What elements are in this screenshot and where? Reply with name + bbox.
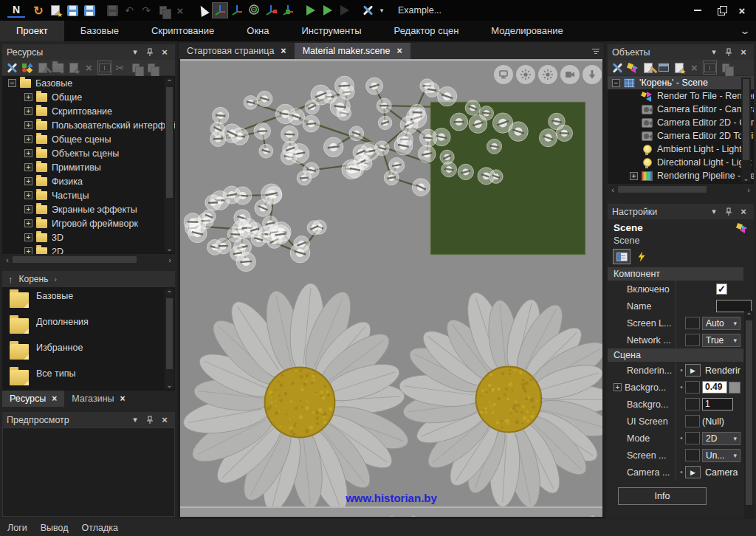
cut-icon[interactable]: ✂ [113, 61, 127, 75]
object-tree-item[interactable]: Ambient Light - Light [608, 142, 754, 156]
value-box[interactable] [685, 432, 700, 444]
play-icon[interactable] [303, 3, 318, 18]
object-tree-item[interactable]: +Rendering Pipeline - Ren [608, 169, 754, 182]
tree-item[interactable]: +Частицы [2, 188, 175, 202]
settings-scrollbar[interactable]: ⌃ ⌄ [744, 311, 754, 528]
value-box[interactable] [685, 398, 700, 410]
expander-icon[interactable]: + [24, 247, 32, 254]
brightness2-icon[interactable] [538, 65, 557, 84]
copy-icon[interactable] [128, 61, 142, 75]
tree-item[interactable]: +Общее сцены [2, 132, 175, 146]
color-swatch[interactable] [729, 382, 740, 394]
document-star-icon[interactable]: ★ [672, 61, 686, 75]
component-icon[interactable] [625, 61, 639, 75]
pin-icon[interactable] [144, 47, 156, 58]
select-icon[interactable] [196, 3, 210, 18]
expander-icon[interactable]: + [24, 135, 32, 143]
menu-item[interactable]: Окна [230, 21, 285, 41]
object-tree-item[interactable]: −'Корень' - Scene [608, 76, 754, 89]
camera-icon[interactable] [560, 65, 580, 84]
tab-list-icon[interactable] [592, 49, 599, 54]
tree-item[interactable]: +Экранные эффекты [2, 202, 175, 216]
objects-tree-scrollbar[interactable]: ⌄ [741, 78, 751, 182]
save-as-icon[interactable] [82, 3, 97, 18]
up-arrow-icon[interactable]: ↑ [8, 274, 13, 285]
tree-item[interactable]: −Базовые [2, 76, 175, 90]
resources-hscrollbar[interactable]: ‹› [2, 254, 175, 265]
pin-icon[interactable] [723, 47, 735, 58]
folder-list-item[interactable]: Избранное [2, 339, 175, 365]
viewport[interactable]: www.historian.by [180, 59, 602, 517]
expander-icon[interactable]: + [630, 172, 638, 180]
value-box[interactable] [685, 317, 700, 329]
delete-icon[interactable]: × [173, 3, 188, 18]
undo-icon[interactable]: ↶ [122, 3, 137, 18]
expander-icon[interactable]: + [24, 205, 32, 213]
brightness-icon[interactable] [516, 65, 535, 84]
resources-breadcrumb[interactable]: ↑ Корень › [2, 271, 175, 287]
close-icon[interactable]: × [738, 206, 749, 218]
menu-overflow-icon[interactable]: ⌄ [739, 26, 751, 36]
run-icon[interactable] [320, 3, 335, 18]
menu-item[interactable]: Скриптование [135, 21, 230, 41]
chevron-down-icon[interactable]: ▾ [129, 414, 141, 426]
chevron-down-icon[interactable]: ▾ [129, 47, 141, 58]
color-value-input[interactable]: 0.49 [702, 381, 727, 394]
shapes-icon[interactable] [20, 61, 34, 75]
expander-icon[interactable]: + [614, 383, 622, 391]
expander-icon[interactable]: + [24, 177, 32, 185]
run-disabled-icon[interactable] [337, 3, 352, 18]
statusbar-item[interactable]: Вывод [41, 523, 69, 533]
object-tree-item[interactable]: Render To File - Render [608, 89, 754, 103]
rename-icon[interactable]: I [97, 61, 111, 75]
object-tree-item[interactable]: Camera Editor 2D To File [608, 129, 754, 142]
close-icon[interactable]: × [120, 394, 126, 404]
value-box[interactable] [685, 449, 700, 461]
statusbar-item[interactable]: Логи [7, 523, 27, 533]
properties-tab-icon[interactable] [614, 250, 630, 264]
close-icon[interactable]: × [52, 394, 57, 404]
objects-hscrollbar[interactable]: ‹› [608, 184, 754, 195]
tab-stores[interactable]: Магазины× [64, 391, 132, 407]
edit-document-icon[interactable] [641, 61, 655, 75]
dropdown[interactable]: True▾ [702, 334, 740, 347]
document-tab[interactable]: Стартовая страница× [179, 43, 295, 59]
folder-list-item[interactable]: Дополнения [2, 313, 175, 339]
tree-item[interactable]: +Физика [2, 174, 175, 188]
checkbox[interactable]: ✓ [716, 284, 727, 295]
edit-document-icon[interactable] [35, 61, 49, 75]
window-icon[interactable] [656, 61, 670, 75]
transform-move-icon[interactable] [213, 3, 227, 18]
folder-star-icon[interactable]: ★ [51, 61, 65, 75]
expander-icon[interactable]: + [24, 191, 32, 199]
expand-button[interactable]: ▶ [685, 466, 701, 478]
tree-item[interactable]: +Скриптование [2, 104, 175, 118]
tab-resources[interactable]: Ресурсы× [2, 391, 64, 407]
restore-button[interactable] [709, 1, 731, 19]
app-logo-icon[interactable]: N [7, 3, 25, 18]
statusbar-item[interactable]: Отладка [82, 523, 118, 533]
tree-item[interactable]: +Пользовательский интерфейс [2, 118, 175, 132]
transform-scale-icon[interactable] [264, 3, 278, 18]
folder-list-scrollbar[interactable]: ⌃ ⌄ [165, 289, 174, 389]
expander-icon[interactable]: − [612, 79, 620, 87]
tree-item[interactable]: +Объекты сцены [2, 146, 175, 160]
expand-button[interactable]: ▶ [685, 364, 701, 377]
download-icon[interactable] [583, 65, 602, 84]
object-tree-item[interactable]: Camera Editor 2D - Cam [608, 116, 754, 129]
document-star-icon[interactable]: ★ [66, 61, 80, 75]
folder-list-item[interactable]: Все типы [2, 365, 175, 391]
tree-item[interactable]: +Примитивы [2, 160, 175, 174]
tree-item[interactable]: +3D [2, 230, 175, 244]
tree-item[interactable]: +Игровой фреймворк [2, 216, 175, 230]
copy-icon[interactable] [718, 61, 732, 75]
close-icon[interactable]: × [159, 414, 171, 426]
redo-icon[interactable]: ↷ [139, 3, 154, 18]
rename-icon[interactable]: I [703, 61, 717, 75]
resources-tree-scrollbar[interactable]: ⌃ ⌄ [165, 78, 174, 252]
close-icon[interactable]: × [396, 46, 402, 56]
menu-item[interactable]: Редактор сцен [378, 21, 475, 41]
expander-icon[interactable]: + [24, 93, 32, 101]
pin-icon[interactable] [144, 414, 156, 426]
value-box[interactable] [685, 334, 700, 346]
